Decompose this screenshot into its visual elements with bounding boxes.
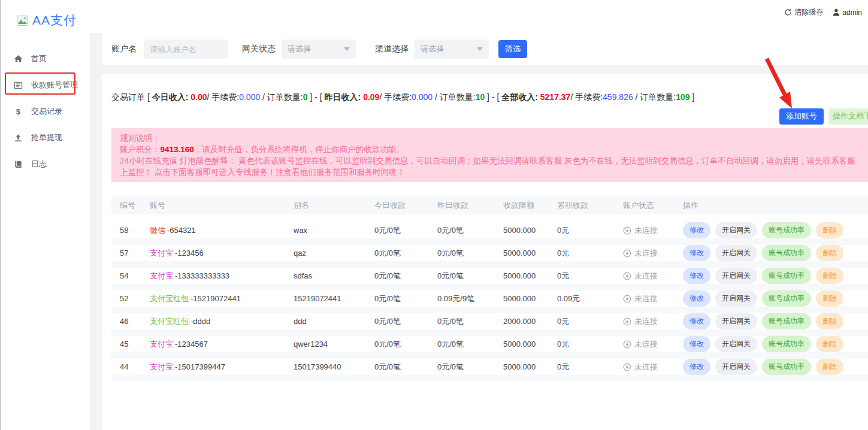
delete-button[interactable]: 删除 bbox=[816, 268, 843, 284]
stats-segment: / 订单数量: bbox=[260, 92, 303, 102]
cell-today: 0元/0笔 bbox=[366, 225, 429, 236]
open-gateway-button[interactable]: 开启网关 bbox=[715, 222, 757, 238]
edit-button[interactable]: 修改 bbox=[683, 359, 710, 375]
sidebar: AA支付 首页收款账号管理$交易记录抢单提现日志 bbox=[0, 0, 90, 430]
cell-total: 0.09元 bbox=[549, 293, 615, 304]
cell-limit: 5000.000 bbox=[495, 226, 549, 235]
sidebar-item-1[interactable]: 首页 bbox=[1, 46, 90, 72]
delete-button[interactable]: 删除 bbox=[816, 222, 843, 238]
delete-button[interactable]: 删除 bbox=[816, 313, 843, 329]
sidebar-item-2[interactable]: 收款账号管理 bbox=[1, 72, 90, 98]
sidebar-item-4[interactable]: 抢单提现 bbox=[1, 125, 90, 151]
stats-segment: 0.09 bbox=[363, 92, 379, 102]
success-rate-button[interactable]: 账号成功率 bbox=[762, 268, 811, 284]
cell-yesterday: 0元/0笔 bbox=[429, 225, 495, 236]
doc-download-button[interactable]: 操作文档下载 bbox=[828, 108, 868, 125]
cell-yesterday: 0元/0笔 bbox=[429, 248, 495, 259]
stats-segment: / 订单数量: bbox=[433, 92, 476, 102]
cell-status: 未连接 bbox=[615, 271, 675, 281]
edit-button[interactable]: 修改 bbox=[683, 313, 710, 329]
sidebar-item-5[interactable]: 日志 bbox=[1, 151, 90, 177]
cell-actions: 修改开启网关账号成功率删除 bbox=[675, 336, 866, 352]
account-number: -15017399447 bbox=[175, 362, 225, 371]
open-gateway-button[interactable]: 开启网关 bbox=[715, 290, 757, 307]
cell-status: 未连接 bbox=[615, 225, 675, 236]
sidebar-item-label: 日志 bbox=[31, 159, 47, 169]
cell-total: 0元 bbox=[549, 316, 615, 327]
cell-yesterday: 0.09元/9笔 bbox=[429, 293, 495, 304]
gateway-status-label: 网关状态 bbox=[242, 44, 276, 54]
column-header: 操作 bbox=[675, 200, 866, 211]
success-rate-button[interactable]: 账号成功率 bbox=[762, 222, 811, 238]
channel-label: 微信 bbox=[150, 226, 165, 235]
account-number: -15219072441 bbox=[190, 294, 241, 303]
stats-segment: 0.00 bbox=[190, 92, 207, 102]
cell-alias: 15219072441 bbox=[285, 294, 366, 303]
filter-button[interactable]: 筛选 bbox=[498, 40, 527, 58]
cell-total: 0元 bbox=[549, 362, 615, 373]
channel-select[interactable]: 请选择 bbox=[415, 40, 489, 59]
refresh-icon bbox=[784, 8, 792, 16]
stats-segment: 昨日收入: bbox=[325, 92, 364, 102]
app-title: AA支付 bbox=[32, 12, 77, 29]
status-label: 未连接 bbox=[634, 339, 658, 350]
disconnected-icon bbox=[623, 295, 631, 303]
open-gateway-button[interactable]: 开启网关 bbox=[715, 268, 757, 284]
cell-alias: qwer1234 bbox=[285, 340, 366, 349]
success-rate-button[interactable]: 账号成功率 bbox=[762, 359, 811, 375]
cell-limit: 5000.000 bbox=[495, 249, 549, 258]
edit-button[interactable]: 修改 bbox=[683, 245, 710, 261]
cell-limit: 5000.000 bbox=[495, 294, 549, 303]
clear-cache-button[interactable]: 清除缓存 bbox=[784, 7, 823, 17]
cell-yesterday: 0元/0笔 bbox=[429, 316, 495, 327]
cell-status: 未连接 bbox=[615, 339, 675, 350]
success-rate-button[interactable]: 账号成功率 bbox=[762, 313, 811, 329]
add-account-button[interactable]: 添加账号 bbox=[779, 108, 824, 125]
cell-total: 0元 bbox=[549, 339, 615, 350]
column-header: 编号 bbox=[111, 200, 141, 211]
account-number: -dddd bbox=[190, 317, 210, 326]
clear-cache-label: 清除缓存 bbox=[794, 7, 823, 17]
account-number: -654321 bbox=[167, 226, 196, 235]
success-rate-button[interactable]: 账号成功率 bbox=[762, 245, 811, 261]
status-label: 未连接 bbox=[634, 225, 658, 236]
cell-status: 未连接 bbox=[615, 248, 675, 259]
status-label: 未连接 bbox=[634, 271, 658, 281]
status-label: 未连接 bbox=[634, 316, 658, 327]
sidebar-item-3[interactable]: $交易记录 bbox=[1, 98, 90, 125]
edit-button[interactable]: 修改 bbox=[683, 290, 710, 307]
column-header: 累积收款 bbox=[549, 200, 615, 211]
user-menu[interactable]: admin bbox=[833, 8, 862, 17]
account-name-input[interactable] bbox=[144, 40, 228, 59]
column-header: 昨日收款 bbox=[429, 200, 495, 211]
cell-limit: 2000.000 bbox=[495, 317, 549, 326]
disconnected-icon bbox=[623, 249, 631, 258]
open-gateway-button[interactable]: 开启网关 bbox=[715, 245, 757, 261]
cell-alias: 15017399440 bbox=[285, 362, 366, 371]
cell-total: 0元 bbox=[549, 248, 615, 259]
delete-button[interactable]: 删除 bbox=[816, 290, 843, 307]
sidebar-item-label: 收款账号管理 bbox=[31, 80, 78, 90]
stats-segment: ] - [ bbox=[485, 92, 501, 102]
account-name-label: 账户名 bbox=[111, 44, 137, 54]
stats-segment: 459.826 bbox=[603, 92, 633, 102]
success-rate-button[interactable]: 账号成功率 bbox=[762, 290, 811, 307]
channel-label: 支付宝 bbox=[150, 249, 173, 258]
delete-button[interactable]: 删除 bbox=[816, 245, 843, 261]
edit-button[interactable]: 修改 bbox=[683, 268, 710, 284]
open-gateway-button[interactable]: 开启网关 bbox=[715, 359, 757, 375]
gateway-status-select[interactable]: 请选择 bbox=[282, 40, 356, 59]
disconnected-icon bbox=[623, 363, 631, 371]
stats-segment: 0 bbox=[303, 92, 308, 102]
open-gateway-button[interactable]: 开启网关 bbox=[715, 336, 757, 352]
account-number: -123456 bbox=[175, 249, 204, 258]
edit-button[interactable]: 修改 bbox=[683, 222, 710, 238]
cell-yesterday: 0元/0笔 bbox=[429, 362, 495, 373]
success-rate-button[interactable]: 账号成功率 bbox=[762, 336, 811, 352]
delete-button[interactable]: 删除 bbox=[816, 336, 843, 352]
stats-segment: ] - [ bbox=[308, 92, 325, 102]
open-gateway-button[interactable]: 开启网关 bbox=[715, 313, 757, 329]
edit-button[interactable]: 修改 bbox=[683, 336, 710, 352]
delete-button[interactable]: 删除 bbox=[816, 359, 843, 375]
account-number: -1234567 bbox=[175, 340, 208, 349]
